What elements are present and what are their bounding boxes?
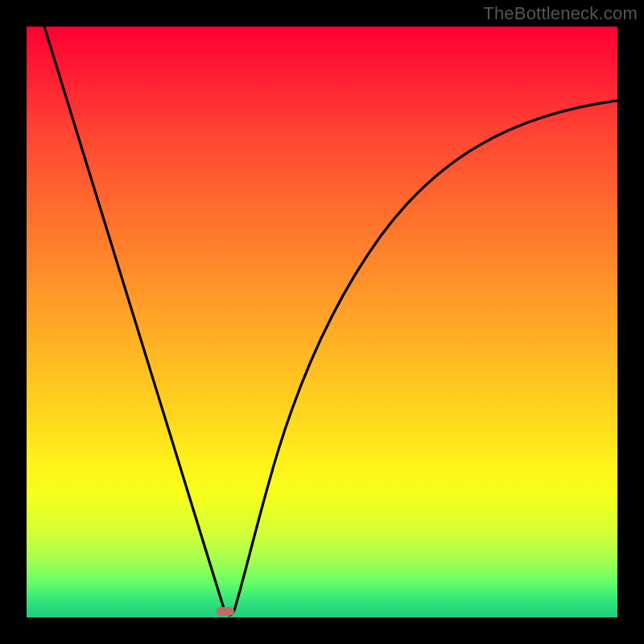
minimum-marker [217,607,234,616]
plot-area [27,27,617,617]
curve-path [44,27,617,615]
watermark-text: TheBottleneck.com [483,3,638,24]
chart-frame: TheBottleneck.com [0,0,644,644]
bottleneck-curve [27,27,617,617]
